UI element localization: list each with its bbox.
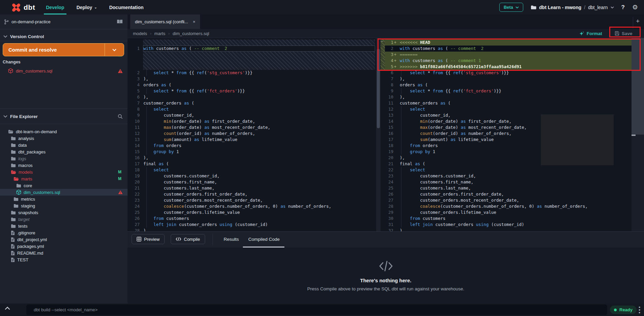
tree-item-analysis[interactable]: analysis — [0, 135, 128, 142]
status-badge[interactable]: Ready — [610, 306, 637, 314]
nav-item-develop[interactable]: Develop — [46, 0, 64, 15]
code-line-6[interactable]: 6), — [128, 94, 376, 100]
code-line-25[interactable]: 25 customers.last_name, — [381, 185, 644, 191]
code-line-29[interactable]: 29 customer_orders.lifetime_value — [381, 209, 644, 216]
code-line-28[interactable]: 28) — [128, 228, 376, 231]
sql-editor-pane[interactable]: 1with customers as ( -- comment 22 selec… — [128, 38, 376, 231]
code-line-26[interactable]: 26 customer_orders.first_order_date, — [381, 191, 644, 197]
code-line-26[interactable]: 26 from customers — [128, 216, 376, 222]
editor-scrollbar-thumb[interactable] — [377, 49, 380, 128]
code-line-28[interactable]: 28 coalesce(customer_orders.number_of_or… — [381, 203, 644, 209]
code-line-3[interactable]: 3+======= — [381, 52, 644, 58]
diff-scrollbar-thumb[interactable] — [632, 38, 644, 135]
tree-item-logs[interactable]: logs — [0, 155, 128, 162]
beta-button[interactable]: Beta — [499, 3, 523, 12]
commit-and-resolve-button[interactable]: Commit and resolve — [3, 43, 124, 56]
tree-item-metrics[interactable]: metrics — [0, 196, 128, 202]
commit-options-chevron[interactable] — [105, 44, 124, 56]
code-line-5[interactable]: 5+>>>>>>> b81f802a66fd544504c65721e3ffaa… — [381, 64, 644, 70]
dbt-logo[interactable]: dbt — [11, 3, 35, 12]
book-icon[interactable] — [117, 19, 123, 24]
code-line-4[interactable]: 4+with customers as ( -- comment 1 — [381, 58, 644, 64]
code-line-23[interactable]: 23 customer_orders.most_recent_order_dat… — [128, 197, 376, 203]
folded-conflict-region[interactable] — [143, 39, 375, 46]
file-explorer-header[interactable]: File Explorer — [0, 111, 128, 121]
tree-item-staging[interactable]: staging — [0, 202, 128, 209]
code-line-25[interactable]: 25 customer_orders.lifetime_value — [128, 209, 376, 216]
code-line-9[interactable]: 9 customer_id, — [128, 112, 376, 118]
format-button[interactable]: Format — [579, 29, 602, 38]
code-line-3[interactable]: 3), — [128, 76, 376, 82]
code-line-2[interactable]: 2with customers as ( -- comment 2 — [381, 46, 644, 52]
code-line-24[interactable]: 24 customers.first_name, — [381, 179, 644, 185]
tree-item-snapshots[interactable]: snapshots — [0, 209, 128, 216]
version-control-header[interactable]: Version Control 1 — [0, 32, 128, 41]
tree-item-tests[interactable]: tests — [0, 223, 128, 229]
code-line-9[interactable]: 9 select * from {{ ref('fct_orders')}} — [381, 88, 644, 94]
code-line-22[interactable]: 22 select — [381, 167, 644, 173]
changed-file-row[interactable]: dim_customers.sql — [0, 67, 128, 75]
tree-item-dbt-learn-on-demand[interactable]: dbt-learn-on-demand — [0, 128, 128, 135]
expand-panel-chevron-up[interactable] — [5, 307, 10, 310]
folded-conflict-region[interactable] — [143, 52, 375, 70]
help-button[interactable]: ? — [621, 4, 625, 11]
code-line-30[interactable]: 30 from customers — [381, 216, 644, 222]
kebab-menu-icon[interactable]: ••• — [639, 306, 640, 314]
code-line-10[interactable]: 10 min(order_date) as first_order_date, — [128, 118, 376, 124]
code-line-15[interactable]: 15 group by 1 — [128, 149, 376, 155]
code-line-21[interactable]: 21 customers.last_name, — [128, 185, 376, 191]
code-line-8[interactable]: 8 select — [128, 106, 376, 112]
code-line-14[interactable]: 14 from orders — [128, 143, 376, 149]
code-line-17[interactable]: 17final as ( — [128, 161, 376, 167]
code-line-7[interactable]: 7), — [381, 76, 644, 82]
code-line-12[interactable]: 12 count(order_id) as number_of_orders, — [128, 131, 376, 137]
tree-item-core[interactable]: core — [0, 182, 128, 189]
code-line-24[interactable]: 24 coalesce(customer_orders.number_of_or… — [128, 203, 376, 209]
branch-row[interactable]: on-demand-practice — [0, 15, 128, 29]
code-line-13[interactable]: 13 sum(amount) as lifetime_value — [128, 137, 376, 143]
code-line-22[interactable]: 22 customer_orders.first_order_date, — [128, 191, 376, 197]
breadcrumb-item[interactable]: dim_customers.sql — [173, 31, 209, 36]
tree-item-packages-yml[interactable]: packages.yml — [0, 243, 128, 250]
close-tab-icon[interactable]: × — [193, 19, 196, 24]
tree-item-macros[interactable]: macros — [0, 162, 128, 169]
breadcrumb-item[interactable]: marts — [155, 31, 166, 36]
tab-compiled-code[interactable]: Compiled Code — [248, 232, 280, 247]
fold-marker[interactable]: − — [381, 39, 383, 44]
editor-tab-dim-customers[interactable]: dim_customers.sql (confli... × — [130, 15, 200, 29]
code-line-23[interactable]: 23 customers.customer_id, — [381, 173, 644, 179]
code-line-31[interactable]: 31 left join customer_orders using (cust… — [381, 222, 644, 228]
new-tab-plus-button[interactable]: + — [636, 18, 640, 25]
code-line-8[interactable]: 8orders as ( — [381, 82, 644, 88]
tree-item-dim-customers-sql[interactable]: dim_customers.sql — [0, 189, 128, 196]
tree-item--gitignore[interactable]: .gitignore — [0, 229, 128, 236]
code-line-7[interactable]: 7customer_orders as ( — [128, 100, 376, 106]
nav-item-deploy[interactable]: Deploy⌄ — [77, 0, 97, 15]
code-line-32[interactable]: 32) — [381, 228, 644, 231]
code-line-6[interactable]: 6 select * from {{ ref('stg_customers')}… — [381, 70, 644, 76]
code-line-1[interactable]: 1+<<<<<<< HEAD — [381, 39, 644, 46]
code-line-16[interactable]: 16), — [128, 155, 376, 161]
tree-item-test[interactable]: TEST — [0, 256, 128, 263]
code-line-10[interactable]: 10), — [381, 94, 644, 100]
breadcrumb-item[interactable]: models — [133, 31, 147, 36]
tree-item-models[interactable]: modelsM — [0, 169, 128, 175]
tree-item-dbt-packages[interactable]: dbt_packages — [0, 148, 128, 155]
tree-item-readme-md[interactable]: README.md — [0, 250, 128, 256]
dbt-command-input[interactable]: dbt build --select <model_name> — [26, 305, 607, 315]
search-icon[interactable] — [118, 114, 123, 119]
tree-item-marts[interactable]: martsM — [0, 175, 128, 182]
code-line-11[interactable]: 11 max(order_date) as most_recent_order_… — [128, 124, 376, 131]
code-line-27[interactable]: 27 left join customer_orders using (cust… — [128, 222, 376, 228]
code-line-11[interactable]: 11customer_orders as ( — [381, 100, 644, 106]
code-line-18[interactable]: 18 select — [128, 167, 376, 173]
compile-button[interactable]: Compile — [171, 234, 205, 244]
code-line-19[interactable]: 19 customers.customer_id, — [128, 173, 376, 179]
save-button[interactable]: Save — [615, 29, 633, 38]
code-line-12[interactable]: 12 select — [381, 106, 644, 112]
tree-item-target[interactable]: target — [0, 216, 128, 223]
code-line-20[interactable]: 20 customers.first_name, — [128, 179, 376, 185]
tree-item-dbt-project-yml[interactable]: dbt_project.yml — [0, 236, 128, 243]
code-line-2[interactable]: 2 select * from {{ ref('stg_customers')}… — [128, 70, 376, 76]
nav-item-documentation[interactable]: Documentation — [109, 0, 144, 15]
